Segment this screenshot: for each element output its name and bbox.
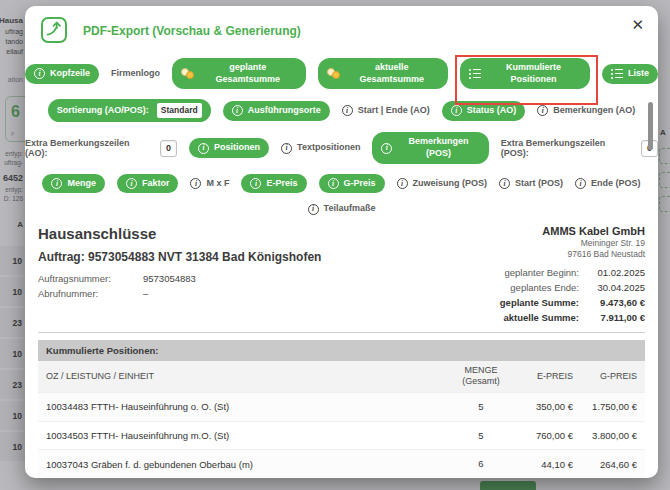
teilaufmasse-label: Teilaufmaße bbox=[324, 203, 376, 215]
cell-pos: 10034483 FTTH- Hauseinführung o. O. (St) bbox=[46, 401, 455, 412]
close-icon[interactable]: ✕ bbox=[631, 16, 644, 34]
start-ende-ao-toggle[interactable]: i Start | Ende (AO) bbox=[342, 105, 430, 117]
info-icon: i bbox=[342, 105, 353, 116]
field-label: Auftragsnummer: bbox=[38, 273, 143, 284]
liste-button[interactable]: Liste bbox=[602, 64, 658, 84]
info-icon: i bbox=[34, 68, 45, 79]
table-section-title: Kummulierte Positionen: bbox=[38, 340, 645, 361]
cell-menge: 5 bbox=[455, 430, 507, 442]
toolbar-row-3: Extra Bemerkungszeilen (AO): i Positione… bbox=[25, 132, 658, 163]
pdf-preview: Hausanschlüsse Auftrag: 9573054883 NVT 3… bbox=[25, 215, 658, 478]
kopfzeile-button[interactable]: i Kopfzeile bbox=[25, 64, 99, 84]
info-icon: i bbox=[499, 178, 510, 189]
sortierung-button[interactable]: Sortierung (AO/POS): Standard bbox=[48, 99, 211, 122]
mxf-toggle[interactable]: i M x F bbox=[190, 178, 229, 190]
info-icon: i bbox=[451, 105, 462, 116]
column-header-epreis: E-PREIS bbox=[507, 371, 573, 381]
info-icon: i bbox=[575, 178, 586, 189]
start-pos-toggle[interactable]: i Start (POS) bbox=[499, 178, 563, 190]
bemerkungen-ao-label: Bemerkungen (AO) bbox=[553, 105, 635, 117]
column-header-gpreis: G-PREIS bbox=[573, 371, 637, 381]
table-header-row: OZ / LEISTUNG / EINHEIT MENGE (Gesamt) E… bbox=[38, 361, 645, 392]
cell-epreis: 350,00 € bbox=[507, 401, 573, 412]
info-icon: i bbox=[190, 178, 201, 189]
table-row: 10034503 FTTH- Hauseinführung m.O. (St) … bbox=[38, 421, 645, 450]
cell-gpreis: 3.800,00 € bbox=[573, 430, 637, 441]
aktuelle-gesamtsumme-button[interactable]: aktuelle Gesamtsumme bbox=[318, 58, 448, 89]
extra-bemerkungszeilen-pos-label: Extra Bemerkungszeilen (POS): bbox=[501, 138, 629, 158]
info-icon: i bbox=[381, 143, 392, 154]
coins-icon bbox=[327, 68, 340, 79]
ausfuehrungsorte-label: Ausführungsorte bbox=[248, 105, 321, 117]
geplante-gesamtsumme-label: geplante Gesamtsumme bbox=[199, 62, 296, 85]
info-icon: i bbox=[397, 178, 408, 189]
geplante-gesamtsumme-button[interactable]: geplante Gesamtsumme bbox=[172, 58, 306, 89]
field-value: 9.473,60 € bbox=[587, 297, 645, 308]
info-icon: i bbox=[328, 178, 339, 189]
column-header-menge: MENGE (Gesamt) bbox=[455, 365, 507, 388]
field-label: geplante Summe: bbox=[500, 297, 579, 308]
bemerkungen-pos-button[interactable]: i Bemerkungen (POS) bbox=[372, 132, 488, 163]
field-value: 9573054883 bbox=[143, 273, 196, 284]
menge-label: Menge bbox=[67, 178, 96, 190]
info-icon: i bbox=[198, 143, 209, 154]
info-icon: i bbox=[308, 204, 319, 215]
cell-gpreis: 264,60 € bbox=[573, 459, 637, 470]
ende-pos-toggle[interactable]: i Ende (POS) bbox=[575, 178, 641, 190]
toolbar-row-5: i Teilaufmaße bbox=[308, 203, 376, 215]
gpreis-label: G-Preis bbox=[344, 178, 376, 190]
field-abrufnummer: Abrufnummer: – bbox=[38, 288, 321, 299]
status-ao-button[interactable]: i Status (AO) bbox=[442, 101, 526, 121]
info-icon: i bbox=[51, 178, 62, 189]
cell-menge: 5 bbox=[455, 401, 507, 413]
preview-left-block: Hausanschlüsse Auftrag: 9573054883 NVT 3… bbox=[38, 225, 321, 323]
epreis-label: E-Preis bbox=[266, 178, 297, 190]
preview-right-block: AMMS Kabel GmbH Meininger Str. 19 97616 … bbox=[445, 225, 645, 323]
order-fields: Auftragsnummer: 9573054883 Abrufnummer: … bbox=[38, 273, 321, 299]
export-option-toolbar: i Kopfzeile Firmenlogo geplante Gesamtsu… bbox=[25, 58, 658, 215]
ausfuehrungsorte-button[interactable]: i Ausführungsorte bbox=[223, 101, 330, 121]
epreis-button[interactable]: i E-Preis bbox=[241, 174, 306, 194]
pdf-export-icon bbox=[41, 17, 67, 43]
kopfzeile-label: Kopfzeile bbox=[50, 68, 90, 80]
field-label: Abrufnummer: bbox=[38, 288, 143, 299]
gpreis-button[interactable]: i G-Preis bbox=[319, 174, 385, 194]
field-geplantes-ende: geplantes Ende: 30.04.2025 bbox=[445, 282, 645, 293]
divider bbox=[38, 332, 645, 333]
bemerkungen-pos-label: Bemerkungen (POS) bbox=[397, 136, 479, 159]
red-highlight-box: Kummulierte Positionen bbox=[460, 58, 590, 89]
positionen-button[interactable]: i Positionen bbox=[189, 138, 269, 158]
field-geplante-summe: geplante Summe: 9.473,60 € bbox=[445, 297, 645, 308]
company-name: AMMS Kabel GmbH bbox=[445, 225, 645, 237]
faktor-label: Faktor bbox=[142, 178, 170, 190]
document-title: Hausanschlüsse bbox=[38, 225, 321, 242]
faktor-button[interactable]: i Faktor bbox=[117, 174, 179, 194]
extra-bemerkungszeilen-ao-input[interactable] bbox=[160, 140, 177, 157]
cell-pos: 10037043 Gräben f. d. gebundenen Oberbau… bbox=[46, 459, 455, 470]
coins-icon bbox=[181, 68, 194, 79]
modal-scrollbar-thumb[interactable] bbox=[648, 102, 653, 150]
zuweisung-pos-toggle[interactable]: i Zuweisung (POS) bbox=[397, 178, 488, 190]
info-icon: i bbox=[281, 143, 292, 154]
preview-header: Hausanschlüsse Auftrag: 9573054883 NVT 3… bbox=[38, 225, 645, 323]
field-geplanter-beginn: geplanter Beginn: 01.02.2025 bbox=[445, 267, 645, 278]
kummulierte-positionen-button[interactable]: Kummulierte Positionen bbox=[460, 58, 590, 89]
cell-gpreis: 1.750,00 € bbox=[573, 401, 637, 412]
field-value: 7.911,00 € bbox=[587, 312, 645, 323]
list-icon bbox=[469, 69, 481, 79]
field-label: geplanter Beginn: bbox=[505, 267, 579, 278]
start-ende-ao-label: Start | Ende (AO) bbox=[358, 105, 430, 117]
teilaufmasse-toggle[interactable]: i Teilaufmaße bbox=[308, 203, 376, 215]
firmenlogo-toggle[interactable]: Firmenlogo bbox=[111, 68, 160, 80]
sortierung-value[interactable]: Standard bbox=[157, 103, 202, 118]
info-icon: i bbox=[232, 105, 243, 116]
textpositionen-toggle[interactable]: i Textpositionen bbox=[281, 142, 360, 154]
menge-button[interactable]: i Menge bbox=[42, 174, 105, 194]
field-value: 30.04.2025 bbox=[587, 282, 645, 293]
field-label: aktuelle Summe: bbox=[504, 312, 580, 323]
bemerkungen-ao-toggle[interactable]: i Bemerkungen (AO) bbox=[537, 105, 635, 117]
positionen-label: Positionen bbox=[214, 142, 260, 154]
company-city: 97616 Bad Neustadt bbox=[445, 249, 645, 259]
toolbar-row-1: i Kopfzeile Firmenlogo geplante Gesamtsu… bbox=[25, 58, 658, 89]
company-street: Meininger Str. 19 bbox=[445, 238, 645, 248]
